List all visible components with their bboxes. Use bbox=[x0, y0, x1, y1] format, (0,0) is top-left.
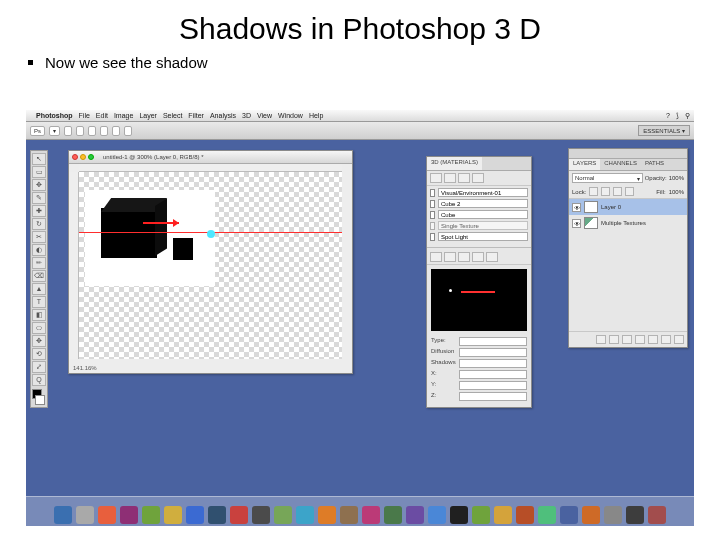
3d-pan-icon[interactable] bbox=[458, 252, 470, 262]
visibility-toggle[interactable] bbox=[430, 211, 435, 219]
tool-15[interactable]: ⟲ bbox=[32, 348, 46, 360]
opt-chip-4[interactable] bbox=[100, 126, 108, 136]
lock-transparency-icon[interactable] bbox=[589, 187, 598, 196]
new-layer-icon[interactable] bbox=[661, 335, 671, 344]
tool-11[interactable]: T bbox=[32, 296, 46, 308]
tool-0[interactable]: ↖ bbox=[32, 153, 46, 165]
3d-rotate-icon[interactable] bbox=[430, 252, 442, 262]
dock-app-16[interactable] bbox=[406, 506, 424, 524]
scene-item-name[interactable] bbox=[438, 221, 528, 230]
dock-app-10[interactable] bbox=[274, 506, 292, 524]
light-widget-icon[interactable] bbox=[207, 230, 215, 238]
menu-view[interactable]: View bbox=[257, 112, 272, 119]
tool-12[interactable]: ◧ bbox=[32, 309, 46, 321]
dock-app-27[interactable] bbox=[648, 506, 666, 524]
ps-logo-icon[interactable]: Ps bbox=[30, 126, 45, 136]
dock-app-23[interactable] bbox=[560, 506, 578, 524]
x-axis-gizmo[interactable] bbox=[143, 222, 179, 224]
dock-app-0[interactable] bbox=[54, 506, 72, 524]
eye-icon[interactable]: 👁 bbox=[572, 203, 581, 212]
layer-item[interactable]: 👁 Layer 0 bbox=[569, 199, 687, 215]
x-field[interactable] bbox=[459, 370, 527, 379]
layer-name[interactable]: Multiple Textures bbox=[601, 220, 646, 226]
ruler-horizontal[interactable] bbox=[79, 164, 342, 172]
visibility-toggle[interactable] bbox=[430, 200, 435, 208]
scene-item-name[interactable] bbox=[438, 188, 528, 197]
dock-app-13[interactable] bbox=[340, 506, 358, 524]
tool-9[interactable]: ⌫ bbox=[32, 270, 46, 282]
dock-app-17[interactable] bbox=[428, 506, 446, 524]
layer-thumbnail[interactable] bbox=[584, 217, 598, 229]
tool-8[interactable]: ✏ bbox=[32, 257, 46, 269]
opacity-value[interactable]: 100% bbox=[669, 175, 684, 181]
tool-5[interactable]: ↻ bbox=[32, 218, 46, 230]
menu-filter[interactable]: Filter bbox=[188, 112, 204, 119]
dock-app-26[interactable] bbox=[626, 506, 644, 524]
blend-mode-select[interactable]: Normal▾ bbox=[572, 173, 643, 183]
dock-app-14[interactable] bbox=[362, 506, 380, 524]
dock-app-7[interactable] bbox=[208, 506, 226, 524]
dock-app-4[interactable] bbox=[142, 506, 160, 524]
scene-item-name[interactable] bbox=[438, 199, 528, 208]
menu-help[interactable]: Help bbox=[309, 112, 323, 119]
group-icon[interactable] bbox=[648, 335, 658, 344]
tool-1[interactable]: ▭ bbox=[32, 166, 46, 178]
menu-select[interactable]: Select bbox=[163, 112, 182, 119]
link-layers-icon[interactable] bbox=[596, 335, 606, 344]
background-color[interactable] bbox=[35, 395, 45, 405]
3d-slide-icon[interactable] bbox=[472, 252, 484, 262]
tool-13[interactable]: ⬭ bbox=[32, 322, 46, 334]
diffusion-field[interactable] bbox=[459, 348, 527, 357]
scene-item-name[interactable] bbox=[438, 210, 528, 219]
minimize-icon[interactable] bbox=[80, 154, 86, 160]
menu-layer[interactable]: Layer bbox=[139, 112, 157, 119]
layer-thumbnail[interactable] bbox=[584, 201, 598, 213]
tool-10[interactable]: ▲ bbox=[32, 283, 46, 295]
trash-icon[interactable] bbox=[674, 335, 684, 344]
type-field[interactable] bbox=[459, 337, 527, 346]
visibility-toggle[interactable] bbox=[430, 189, 435, 197]
visibility-toggle[interactable] bbox=[430, 222, 435, 230]
dock-app-8[interactable] bbox=[230, 506, 248, 524]
canvas[interactable] bbox=[79, 172, 342, 359]
visibility-toggle[interactable] bbox=[430, 233, 435, 241]
mask-icon[interactable] bbox=[622, 335, 632, 344]
lock-position-icon[interactable] bbox=[613, 187, 622, 196]
lock-all-icon[interactable] bbox=[625, 187, 634, 196]
menu-window[interactable]: Window bbox=[278, 112, 303, 119]
lock-pixels-icon[interactable] bbox=[601, 187, 610, 196]
dock-app-20[interactable] bbox=[494, 506, 512, 524]
tab-paths[interactable]: PATHS bbox=[641, 159, 668, 170]
menu-analysis[interactable]: Analysis bbox=[210, 112, 236, 119]
eye-icon[interactable]: 👁 bbox=[572, 219, 581, 228]
dock-app-21[interactable] bbox=[516, 506, 534, 524]
dock-app-12[interactable] bbox=[318, 506, 336, 524]
fx-icon[interactable] bbox=[609, 335, 619, 344]
dock-app-22[interactable] bbox=[538, 506, 556, 524]
dock-app-5[interactable] bbox=[164, 506, 182, 524]
app-name[interactable]: Photoshop bbox=[36, 112, 73, 119]
tool-2[interactable]: ✥ bbox=[32, 179, 46, 191]
dock-app-1[interactable] bbox=[76, 506, 94, 524]
filter-material-icon[interactable] bbox=[458, 173, 470, 183]
tool-6[interactable]: ✂ bbox=[32, 231, 46, 243]
3d-scale-icon[interactable] bbox=[486, 252, 498, 262]
tool-7[interactable]: ◐ bbox=[32, 244, 46, 256]
dock-app-15[interactable] bbox=[384, 506, 402, 524]
filter-scene-icon[interactable] bbox=[430, 173, 442, 183]
ruler-vertical[interactable] bbox=[69, 172, 79, 359]
menu-edit[interactable]: Edit bbox=[96, 112, 108, 119]
menu-file[interactable]: File bbox=[79, 112, 90, 119]
tool-4[interactable]: ✚ bbox=[32, 205, 46, 217]
tool-3[interactable]: ✎ bbox=[32, 192, 46, 204]
filter-light-icon[interactable] bbox=[472, 173, 484, 183]
workspace-switcher[interactable]: ESSENTIALS ▾ bbox=[638, 125, 690, 136]
close-icon[interactable] bbox=[72, 154, 78, 160]
tab-channels[interactable]: CHANNELS bbox=[600, 159, 641, 170]
adjustment-icon[interactable] bbox=[635, 335, 645, 344]
cube-object[interactable] bbox=[101, 208, 157, 258]
y-field[interactable] bbox=[459, 381, 527, 390]
opt-chip-5[interactable] bbox=[112, 126, 120, 136]
wifi-icon[interactable]: ⟆ bbox=[676, 112, 679, 120]
document-tab[interactable]: untitled-1 @ 300% (Layer 0, RGB/8) * bbox=[103, 154, 203, 160]
